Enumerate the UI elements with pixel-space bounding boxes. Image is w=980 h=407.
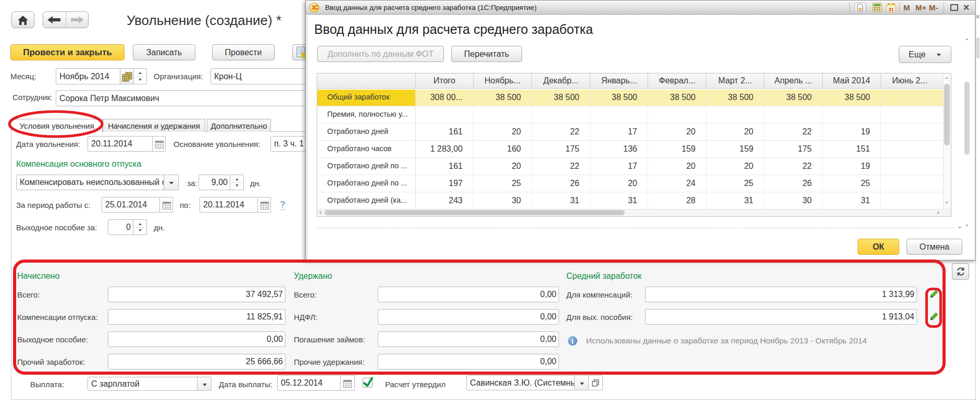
svg-text:31: 31 — [888, 6, 894, 12]
